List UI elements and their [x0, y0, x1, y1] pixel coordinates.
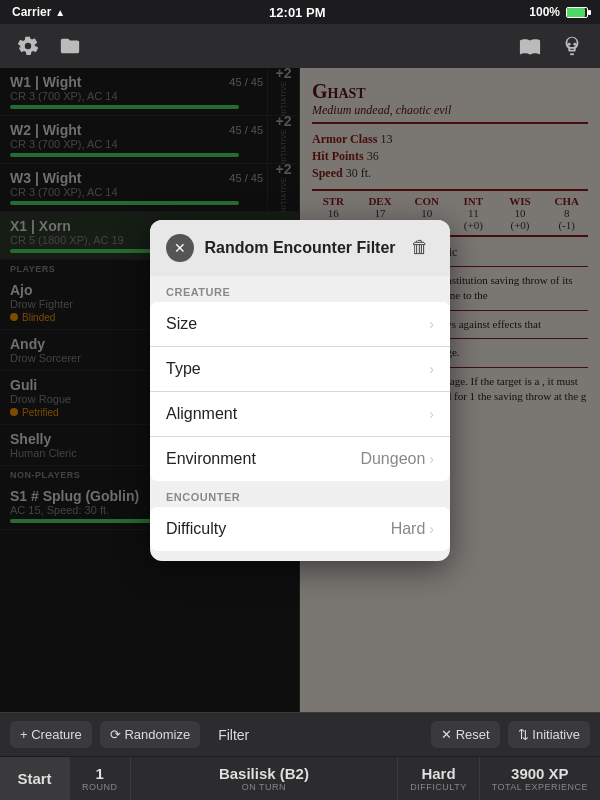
xp-value: 3900 XP	[511, 765, 569, 782]
footer-bar: Start 1 Round Basilisk (B2) On Turn Hard…	[0, 756, 600, 800]
modal-overlay: ✕ Random Encounter Filter 🗑 CREATURE Siz…	[0, 68, 600, 712]
reset-button[interactable]: ✕ Reset	[431, 721, 500, 748]
start-button[interactable]: Start	[0, 757, 70, 800]
environment-filter-row[interactable]: Environment Dungeon ›	[150, 437, 450, 481]
battery-icon	[566, 7, 588, 18]
toolbar-right	[516, 32, 586, 60]
status-bar-left: Carrier	[12, 5, 65, 19]
modal-trash-button[interactable]: 🗑	[406, 234, 434, 262]
difficulty-label: Difficulty	[166, 520, 391, 538]
on-turn-creature: Basilisk (B2)	[219, 765, 309, 782]
on-turn-section: Basilisk (B2) On Turn	[131, 757, 399, 800]
size-filter-row[interactable]: Size ›	[150, 302, 450, 347]
difficulty-value: Hard	[391, 520, 426, 538]
difficulty-section: Hard Difficulty	[398, 757, 479, 800]
chevron-right-icon: ›	[429, 451, 434, 467]
svg-point-0	[568, 43, 571, 46]
add-creature-button[interactable]: + Creature	[10, 721, 92, 748]
size-label: Size	[166, 315, 429, 333]
bottom-bar: + Creature ⟳ Randomize Filter ✕ Reset ⇅ …	[0, 712, 600, 756]
difficulty-label: Difficulty	[410, 782, 466, 792]
filter-button[interactable]: Filter	[208, 721, 259, 749]
chevron-right-icon: ›	[429, 316, 434, 332]
settings-icon[interactable]	[14, 32, 42, 60]
difficulty-filter-row[interactable]: Difficulty Hard ›	[150, 507, 450, 551]
xp-label: Total Experience	[492, 782, 588, 792]
chevron-right-icon: ›	[429, 406, 434, 422]
start-label: Start	[17, 770, 51, 787]
status-bar: Carrier 12:01 PM 100%	[0, 0, 600, 24]
chevron-right-icon: ›	[429, 521, 434, 537]
wifi-icon	[55, 5, 65, 19]
folder-icon[interactable]	[56, 32, 84, 60]
initiative-button[interactable]: ⇅ Initiative	[508, 721, 590, 748]
toolbar	[0, 24, 600, 68]
status-bar-time: 12:01 PM	[269, 5, 325, 20]
battery-percent: 100%	[529, 5, 560, 19]
carrier-label: Carrier	[12, 5, 51, 19]
skull-icon[interactable]	[558, 32, 586, 60]
on-turn-label: On Turn	[242, 782, 286, 792]
main-content: W1 | Wight CR 3 (700 XP), AC 14 45 / 45 …	[0, 68, 600, 712]
alignment-label: Alignment	[166, 405, 429, 423]
book-icon[interactable]	[516, 32, 544, 60]
randomize-button[interactable]: ⟳ Randomize	[100, 721, 200, 748]
modal-header: ✕ Random Encounter Filter 🗑	[150, 220, 450, 276]
environment-value: Dungeon	[360, 450, 425, 468]
round-section: 1 Round	[70, 757, 131, 800]
encounter-section-label: ENCOUNTER	[150, 481, 450, 507]
difficulty-value: Hard	[421, 765, 455, 782]
type-filter-row[interactable]: Type ›	[150, 347, 450, 392]
modal-title: Random Encounter Filter	[194, 239, 406, 257]
chevron-right-icon: ›	[429, 361, 434, 377]
svg-point-1	[573, 43, 576, 46]
round-label: Round	[82, 782, 118, 792]
random-encounter-filter-modal: ✕ Random Encounter Filter 🗑 CREATURE Siz…	[150, 220, 450, 561]
status-bar-right: 100%	[529, 5, 588, 19]
xp-section: 3900 XP Total Experience	[480, 757, 600, 800]
round-number: 1	[96, 765, 104, 782]
modal-close-button[interactable]: ✕	[166, 234, 194, 262]
environment-label: Environment	[166, 450, 360, 468]
creature-section-label: CREATURE	[150, 276, 450, 302]
type-label: Type	[166, 360, 429, 378]
alignment-filter-row[interactable]: Alignment ›	[150, 392, 450, 437]
